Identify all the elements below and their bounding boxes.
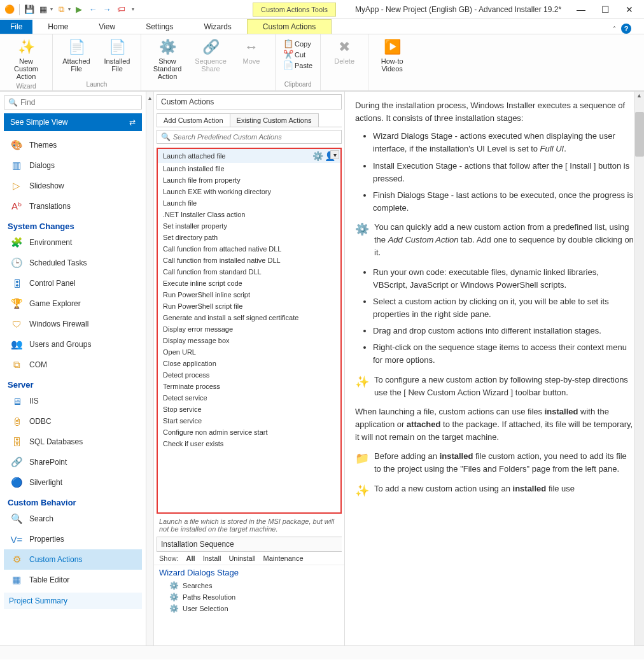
custom-action-item[interactable]: Detect service [158, 392, 340, 404]
sequence-item[interactable]: ⚙️Searches [154, 580, 344, 591]
custom-action-item[interactable]: Display error message [158, 323, 340, 335]
nav-windows-firewall[interactable]: 🛡Windows Firewall [4, 314, 142, 334]
custom-action-item[interactable]: Call function from attached native DLL [158, 243, 340, 255]
custom-action-item[interactable]: Run PowerShell inline script [158, 289, 340, 300]
nav-com[interactable]: ⧉COM [4, 355, 142, 375]
tab-add-custom-action[interactable]: Add Custom Action [157, 113, 230, 127]
installed-file-button[interactable]: 📄 Installed File [99, 37, 136, 74]
nav-dialogs[interactable]: ▥Dialogs [4, 155, 142, 176]
tab-wizards[interactable]: Wizards [189, 20, 247, 34]
ribbon-collapse-icon[interactable]: ˄ [613, 25, 616, 32]
nav-users-groups[interactable]: 👥Users and Groups [4, 334, 142, 355]
nav-properties[interactable]: V=Properties [4, 529, 142, 549]
nav-translations[interactable]: AᵇTranslations [4, 196, 142, 216]
build-icon[interactable]: ⧉ [55, 4, 67, 15]
tab-file[interactable]: File [0, 20, 32, 34]
nav-environment[interactable]: 🧩Environment [4, 232, 142, 253]
nav-custom-actions[interactable]: ⚙Custom Actions [4, 549, 142, 570]
custom-action-item[interactable]: Launch file from property [158, 174, 340, 186]
simple-view-button[interactable]: See Simple View ⇄ [4, 113, 142, 131]
play-icon[interactable]: ▶ [73, 4, 85, 15]
custom-action-item[interactable]: Close application [158, 358, 340, 369]
help-icon[interactable]: ? [621, 24, 631, 34]
custom-action-item[interactable]: Detect process [158, 369, 340, 381]
custom-action-item[interactable]: Set directory path [158, 232, 340, 243]
nav-control-panel[interactable]: 🎛Control Panel [4, 273, 142, 293]
nav-search[interactable]: 🔍Search [4, 509, 142, 529]
expand-icon[interactable]: ▾ [330, 150, 339, 159]
notification-icon[interactable]: 🏷 [115, 4, 127, 15]
help-scrollbar[interactable]: ▲ [634, 92, 644, 645]
add-sequence-icon[interactable]: ⚙️ [312, 151, 323, 161]
help-paragraph: When launching a file, custom actions ca… [355, 405, 634, 444]
custom-action-item[interactable]: Stop service [158, 404, 340, 415]
custom-action-item[interactable]: Launch attached file⚙️👤 [158, 149, 340, 163]
sequence-stage-header[interactable]: Wizard Dialogs Stage [154, 565, 344, 580]
tab-view[interactable]: View [83, 20, 130, 34]
nav-slideshow[interactable]: ▷Slideshow [4, 176, 142, 196]
sequence-item[interactable]: ⚙️User Selection [154, 603, 344, 614]
project-summary-button[interactable]: Project Summary [4, 593, 142, 609]
custom-action-item[interactable]: Launch EXE with working directory [158, 186, 340, 197]
attached-file-button[interactable]: 📄 Attached File [58, 37, 95, 74]
nav-header-system: System Changes [4, 216, 142, 232]
nav-table-editor[interactable]: ▦Table Editor [4, 570, 142, 590]
show-label: Show: [159, 554, 179, 562]
find-box[interactable]: 🔍 [4, 95, 142, 109]
custom-action-item[interactable]: Call function from installed native DLL [158, 255, 340, 266]
properties-icon: V= [10, 533, 23, 546]
custom-action-item[interactable]: Set installer property [158, 220, 340, 232]
nav-sharepoint[interactable]: 🔗SharePoint [4, 452, 142, 472]
nav-themes[interactable]: 🎨Themes [4, 135, 142, 155]
nav-scheduled-tasks[interactable]: 🕒Scheduled Tasks [4, 253, 142, 273]
custom-action-item[interactable]: Call function from standard DLL [158, 266, 340, 278]
custom-action-item[interactable]: Start service [158, 415, 340, 426]
custom-action-item[interactable]: Execute inline script code [158, 278, 340, 289]
tab-existing-custom-actions[interactable]: Existing Custom Actions [230, 113, 319, 127]
clock-icon: 🕒 [10, 257, 23, 269]
run-icon[interactable]: ▦ [38, 4, 49, 15]
paste-button[interactable]: 📄Paste [281, 60, 315, 71]
minimize-button[interactable]: — [577, 5, 585, 14]
nav-sql-databases[interactable]: 🗄SQL Databases [4, 432, 142, 452]
custom-action-item[interactable]: Run PowerShell script file [158, 300, 340, 312]
nav-odbc[interactable]: 🛢ODBC [4, 411, 142, 432]
wand-icon: ✨ [355, 374, 369, 399]
sequence-item[interactable]: ⚙️Paths Resolution [154, 591, 344, 603]
custom-action-item[interactable]: Launch file [158, 197, 340, 209]
nav-silverlight[interactable]: 🔵Silverlight [4, 472, 142, 493]
search-icon: 🔍 [8, 98, 18, 107]
nav-iis[interactable]: 🖥IIS [4, 391, 142, 411]
search-custom-actions-input[interactable] [173, 133, 337, 141]
tab-home[interactable]: Home [32, 20, 83, 34]
back-icon[interactable]: ← [87, 4, 99, 15]
maximize-button[interactable]: ☐ [601, 5, 610, 14]
nav-game-explorer[interactable]: 🏆Game Explorer [4, 293, 142, 314]
vertical-splitter[interactable]: ▴ [146, 92, 154, 645]
new-custom-action-button[interactable]: ✨ New Custom Action [5, 37, 47, 81]
copy-button[interactable]: 📋Copy [281, 38, 314, 49]
custom-action-item[interactable]: Open URL [158, 346, 340, 358]
forward-icon[interactable]: → [101, 4, 113, 15]
custom-action-item[interactable]: Generate and install a self signed certi… [158, 312, 340, 323]
cut-button[interactable]: ✂️Cut [281, 49, 308, 60]
custom-action-item[interactable]: Terminate process [158, 381, 340, 392]
find-input[interactable] [20, 98, 137, 107]
filter-uninstall[interactable]: Uninstall [228, 554, 255, 562]
custom-action-item[interactable]: Check if user exists [158, 438, 340, 449]
filter-install[interactable]: Install [203, 554, 221, 562]
custom-action-item[interactable]: Configure non admin service start [158, 426, 340, 438]
custom-action-item[interactable]: .NET Installer Class action [158, 209, 340, 220]
menu-tabs: File Home View Settings Wizards Custom A… [0, 19, 644, 34]
custom-action-item[interactable]: Display message box [158, 335, 340, 346]
filter-all[interactable]: All [186, 554, 195, 562]
save-icon[interactable]: 💾 [24, 4, 35, 15]
sequence-filter: Show: All Install Uninstall Maintenance [154, 552, 344, 565]
filter-maintenance[interactable]: Maintenance [263, 554, 304, 562]
close-button[interactable]: ✕ [625, 5, 634, 14]
howto-videos-button[interactable]: ▶️ How-to Videos [374, 37, 410, 74]
custom-action-item[interactable]: Launch installed file [158, 163, 340, 174]
tab-settings[interactable]: Settings [130, 20, 188, 34]
show-standard-action-button[interactable]: ⚙️ Show Standard Action [146, 37, 188, 81]
tab-custom-actions[interactable]: Custom Actions [247, 19, 332, 34]
